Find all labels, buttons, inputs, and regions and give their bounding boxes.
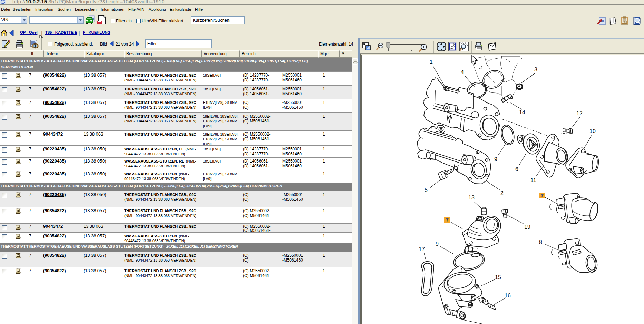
svg-text:8: 8 bbox=[539, 239, 542, 245]
svg-text:13: 13 bbox=[468, 195, 475, 200]
svg-text:16: 16 bbox=[505, 293, 511, 298]
svg-text:9: 9 bbox=[436, 241, 439, 247]
svg-text:2: 2 bbox=[500, 190, 504, 196]
svg-text:14: 14 bbox=[519, 109, 525, 115]
svg-text:17: 17 bbox=[419, 246, 425, 252]
svg-text:4: 4 bbox=[461, 69, 464, 75]
svg-text:6: 6 bbox=[515, 166, 518, 172]
svg-text:1: 1 bbox=[430, 59, 433, 65]
svg-text:7: 7 bbox=[541, 193, 544, 198]
svg-text:11: 11 bbox=[530, 177, 536, 183]
svg-text:10: 10 bbox=[589, 128, 596, 134]
svg-text:9: 9 bbox=[494, 156, 497, 162]
svg-text:3: 3 bbox=[534, 67, 537, 72]
svg-text:19: 19 bbox=[524, 224, 530, 230]
svg-text:12: 12 bbox=[576, 110, 583, 116]
svg-text:7: 7 bbox=[446, 217, 449, 223]
svg-text:15: 15 bbox=[495, 274, 501, 280]
svg-text:5: 5 bbox=[425, 187, 428, 193]
